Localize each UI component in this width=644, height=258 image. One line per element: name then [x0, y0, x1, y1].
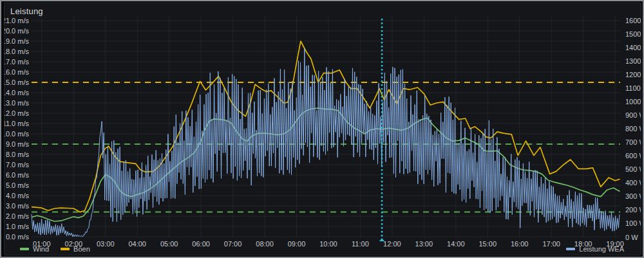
- boeen-series-swatch: [61, 248, 70, 250]
- grafana-window: Leistung 0.0 m/s1.0 m/s2.0 m/s3.0 m/s4.0…: [0, 0, 644, 258]
- svg-text:8.0 m/s: 8.0 m/s: [6, 151, 30, 158]
- svg-text:600 W: 600 W: [625, 152, 641, 160]
- svg-text:17.0 m/s: 17.0 m/s: [5, 58, 29, 66]
- svg-text:16.0 m/s: 16.0 m/s: [5, 68, 29, 76]
- legend-group-right: Leistung WEA: [566, 245, 624, 253]
- leistung-wea-series-swatch: [566, 248, 575, 250]
- svg-text:12.0 m/s: 12.0 m/s: [5, 109, 29, 117]
- legend-item-boeen[interactable]: Böen: [61, 245, 90, 253]
- svg-text:300 W: 300 W: [625, 192, 641, 200]
- legend-item-leistung-wea[interactable]: Leistung WEA: [566, 245, 624, 253]
- legend-item-label: Leistung WEA: [579, 245, 624, 253]
- svg-text:7.0 m/s: 7.0 m/s: [6, 161, 30, 169]
- svg-text:6.0 m/s: 6.0 m/s: [6, 171, 30, 179]
- svg-text:11.0 m/s: 11.0 m/s: [5, 120, 29, 127]
- time-series-chart[interactable]: 0.0 m/s1.0 m/s2.0 m/s3.0 m/s4.0 m/s5.0 m…: [5, 3, 641, 254]
- svg-text:10.0 m/s: 10.0 m/s: [5, 130, 29, 138]
- svg-text:1200 W: 1200 W: [625, 71, 641, 78]
- svg-text:0.0 m/s: 0.0 m/s: [6, 233, 30, 241]
- svg-text:500 W: 500 W: [625, 165, 641, 173]
- svg-text:4.0 m/s: 4.0 m/s: [6, 192, 30, 199]
- legend-group-left: Wind Böen: [20, 245, 90, 253]
- legend: Wind Böen Leistung WEA: [20, 245, 624, 253]
- legend-item-wind[interactable]: Wind: [20, 245, 49, 253]
- svg-text:1600 W: 1600 W: [625, 17, 641, 24]
- svg-text:700 W: 700 W: [625, 138, 641, 146]
- legend-item-label: Böen: [73, 245, 90, 253]
- svg-text:900 W: 900 W: [625, 111, 641, 119]
- svg-text:13.0 m/s: 13.0 m/s: [5, 99, 29, 107]
- svg-text:1.0 m/s: 1.0 m/s: [6, 223, 30, 230]
- panel-leistung: Leistung 0.0 m/s1.0 m/s2.0 m/s3.0 m/s4.0…: [4, 3, 641, 255]
- svg-text:15.0 m/s: 15.0 m/s: [5, 78, 29, 86]
- svg-text:9.0 m/s: 9.0 m/s: [6, 140, 30, 148]
- svg-text:400 W: 400 W: [625, 179, 641, 187]
- svg-text:1400 W: 1400 W: [625, 44, 641, 51]
- svg-text:0 W: 0 W: [625, 234, 638, 241]
- svg-text:1000 W: 1000 W: [625, 98, 641, 106]
- svg-text:100 W: 100 W: [625, 219, 641, 227]
- svg-text:21.0 m/s: 21.0 m/s: [5, 17, 29, 24]
- legend-item-label: Wind: [33, 245, 49, 253]
- svg-text:2.0 m/s: 2.0 m/s: [6, 212, 30, 220]
- svg-text:1500 W: 1500 W: [625, 30, 641, 38]
- svg-text:800 W: 800 W: [625, 125, 641, 133]
- wind-series-swatch: [20, 248, 29, 250]
- svg-text:1300 W: 1300 W: [625, 57, 641, 65]
- svg-text:19.0 m/s: 19.0 m/s: [5, 37, 29, 45]
- svg-text:200 W: 200 W: [625, 206, 641, 214]
- svg-text:18.0 m/s: 18.0 m/s: [5, 48, 29, 55]
- svg-text:5.0 m/s: 5.0 m/s: [6, 181, 30, 189]
- svg-text:1100 W: 1100 W: [625, 84, 641, 92]
- svg-text:3.0 m/s: 3.0 m/s: [6, 202, 30, 210]
- svg-text:20.0 m/s: 20.0 m/s: [5, 27, 29, 35]
- svg-text:14.0 m/s: 14.0 m/s: [5, 89, 29, 97]
